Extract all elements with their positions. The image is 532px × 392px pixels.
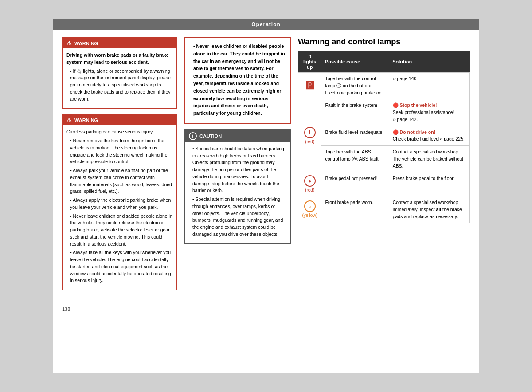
table-header-row: It lightsup Possible cause Solution <box>298 51 470 73</box>
warning-triangle-icon-2: ⚠ <box>66 117 72 123</box>
lamp-cell-pads: ○ (yellow) <box>298 196 321 223</box>
warning-header-1: ⚠ WARNING <box>63 38 176 48</box>
th-lights: It lightsup <box>298 51 321 73</box>
warning-label-1: WARNING <box>74 41 98 46</box>
warning-box-1: ⚠ WARNING Driving with worn brake pads o… <box>62 37 177 109</box>
lamp-red-label-2: (red) <box>302 187 317 193</box>
table-row: ● (red) Brake pedal not pressed! Press b… <box>298 172 470 196</box>
th-cause: Possible cause <box>321 51 389 73</box>
cause-cell-3: Brake fluid level inadequate. <box>321 126 389 146</box>
warning-label-2: WARNING <box>74 118 98 123</box>
red-box-text: Never leave children or disabled people … <box>193 43 285 116</box>
solution-cell-5: Press brake pedal to the floor. <box>389 172 469 196</box>
pedal-icon: ● <box>304 175 316 187</box>
page-ref-3: page 225. <box>439 136 465 141</box>
all-text: all <box>436 207 442 212</box>
section-title: Warning and control lamps <box>298 37 470 47</box>
cause-cell-4: Together with the ABS control lamp ⓔ: AB… <box>321 146 389 172</box>
table-row: 🅿 Together with the control lamp ⓕ on th… <box>298 73 470 99</box>
solution-cell-3: 🔴 Do not drive on! Check brake fluid lev… <box>389 126 469 146</box>
warning-box-2: ⚠ WARNING Careless parking can cause ser… <box>62 114 177 290</box>
lamp-cell-brake: ! (red) <box>298 99 321 172</box>
caution-label: CAUTION <box>200 133 222 139</box>
caution-box: i CAUTION Special care should be taken w… <box>184 129 291 244</box>
lamp-cell-epb: 🅿 <box>298 73 321 99</box>
warning1-bullet1-text: If ⚝ lights, alone or accompanied by a w… <box>70 68 171 102</box>
warning-body-1: Driving with worn brake pads or a faulty… <box>63 48 176 108</box>
cause-cell-6: Front brake pads worn. <box>321 196 389 223</box>
table-row: ! (red) Fault in the brake system 🔴 Stop… <box>298 99 470 126</box>
donot-label: 🔴 Do not drive on! <box>393 129 435 135</box>
lamp-yellow-label: (yellow) <box>302 212 317 219</box>
caution-bullet2: Special attention is required when drivi… <box>189 196 286 238</box>
pads-icon: ○ <box>304 200 316 212</box>
right-column: Warning and control lamps It lightsup Po… <box>298 37 470 296</box>
caution-icon: i <box>189 132 197 140</box>
solution-cell-6: Contact a specialised workshop immediate… <box>389 196 469 223</box>
epb-lamp-icon: 🅿 <box>306 81 314 90</box>
page-ref-1: page 140 <box>393 76 417 81</box>
caution-header: i CAUTION <box>185 130 290 142</box>
solution-cell-4: Contact a specialised workshop. The vehi… <box>389 146 469 172</box>
header-title: Operation <box>251 21 281 27</box>
cause-cell-2: Fault in the brake system <box>321 99 389 126</box>
warning-table: It lightsup Possible cause Solution 🅿 To… <box>298 51 470 223</box>
middle-column: Never leave children or disabled people … <box>184 37 291 296</box>
warning2-bullet1: Never remove the key from the ignition i… <box>66 137 173 165</box>
solution-cell-1: page 140 <box>389 73 469 99</box>
page-ref-2: page 142. <box>393 117 418 122</box>
warning2-intro: Careless parking can cause serious injur… <box>66 129 173 136</box>
page: Operation ⚠ WARNING Driving with worn br… <box>53 19 479 373</box>
caution-bullet1: Special care should be taken when parkin… <box>189 145 286 194</box>
warning2-bullet4: Never leave children or disabled people … <box>66 213 173 248</box>
warning-triangle-icon-1: ⚠ <box>66 40 72 47</box>
left-column: ⚠ WARNING Driving with worn brake pads o… <box>62 37 177 296</box>
stop-label: 🔴 Stop the vehicle! <box>393 102 437 108</box>
table-row: ○ (yellow) Front brake pads worn. Contac… <box>298 196 470 223</box>
page-footer: 138 <box>53 303 479 315</box>
lamp-red-label: (red) <box>302 138 317 145</box>
solution-cell-2: 🔴 Stop the vehicle! Seek professional as… <box>389 99 469 126</box>
warning1-bullet1: If ⚝ lights, alone or accompanied by a w… <box>66 68 173 103</box>
red-box-bullet1: Never leave children or disabled people … <box>190 43 286 117</box>
caution-body: Special care should be taken when parkin… <box>185 142 290 243</box>
red-border-box: Never leave children or disabled people … <box>184 37 291 124</box>
warning2-bullet5: Always take all the keys with you whenev… <box>66 249 173 284</box>
page-number: 138 <box>62 306 70 312</box>
warning-header-2: ⚠ WARNING <box>63 115 176 125</box>
page-content: ⚠ WARNING Driving with worn brake pads o… <box>53 30 479 303</box>
warning2-bullet2: Always park your vehicle so that no part… <box>66 167 173 195</box>
cause-cell-1: Together with the control lamp ⓕ on the … <box>321 73 389 99</box>
cause-cell-5: Brake pedal not pressed! <box>321 172 389 196</box>
warning1-bold: Driving with worn brake pads or a faulty… <box>66 52 173 66</box>
brake-exclaim-icon: ! <box>304 127 316 138</box>
warning-body-2: Careless parking can cause serious injur… <box>63 125 176 290</box>
table-row: Together with the ABS control lamp ⓔ: AB… <box>298 146 470 172</box>
page-header: Operation <box>53 19 479 30</box>
th-solution: Solution <box>389 51 469 73</box>
lamp-cell-pedal: ● (red) <box>298 172 321 196</box>
table-row: Brake fluid level inadequate. 🔴 Do not d… <box>298 126 470 146</box>
warning2-bullet3: Always apply the electronic parking brak… <box>66 197 173 211</box>
